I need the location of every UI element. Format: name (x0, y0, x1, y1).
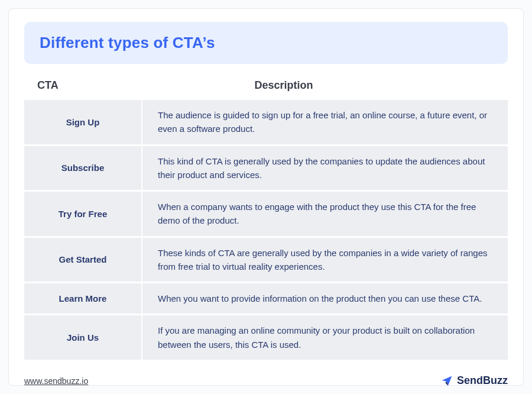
table-header-row: CTA Description (24, 72, 508, 100)
table-body: Sign Up The audience is guided to sign u… (24, 100, 508, 361)
cta-description: The audience is guided to sign up for a … (142, 100, 508, 144)
cta-description: This kind of CTA is generally used by th… (142, 146, 508, 190)
cta-name: Sign Up (24, 100, 142, 144)
table-row: Subscribe This kind of CTA is generally … (24, 146, 508, 190)
website-link[interactable]: www.sendbuzz.io (24, 376, 88, 386)
cta-name: Get Started (24, 238, 142, 282)
brand: SendBuzz (440, 374, 508, 387)
column-header-cta: CTA (24, 79, 142, 92)
table-row: Join Us If you are managing an online co… (24, 315, 508, 360)
cta-name: Try for Free (24, 192, 142, 236)
page-title: Different types of CTA’s (40, 34, 492, 52)
table-row: Get Started These kinds of CTA are gener… (24, 238, 508, 282)
cta-name: Subscribe (24, 146, 142, 190)
cta-description: When a company wants to engage with the … (142, 192, 508, 236)
table-row: Try for Free When a company wants to eng… (24, 192, 508, 236)
cta-name: Join Us (24, 315, 142, 360)
content-card: Different types of CTA’s CTA Description… (8, 8, 524, 386)
cta-name: Learn More (24, 283, 142, 314)
cta-description: When you want to provide information on … (142, 283, 508, 314)
column-header-description: Description (142, 79, 508, 92)
brand-logo-icon (440, 374, 453, 387)
cta-description: These kinds of CTA are generally used by… (142, 238, 508, 282)
table-row: Learn More When you want to provide info… (24, 283, 508, 314)
footer: www.sendbuzz.io SendBuzz (24, 361, 508, 387)
cta-description: If you are managing an online community … (142, 315, 508, 360)
title-bar: Different types of CTA’s (24, 22, 508, 64)
brand-name: SendBuzz (457, 374, 508, 387)
table-row: Sign Up The audience is guided to sign u… (24, 100, 508, 144)
